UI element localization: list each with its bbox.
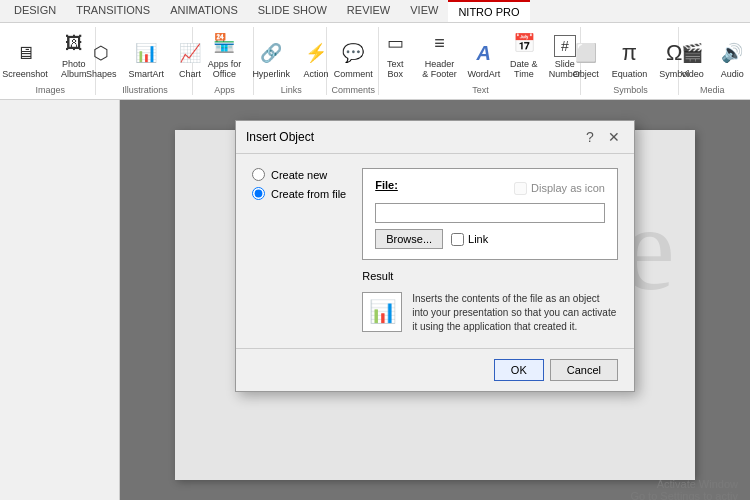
result-section-wrapper: Result 📊 Inserts the contents of the fil… — [362, 270, 618, 334]
tab-view[interactable]: VIEW — [400, 0, 448, 22]
ribbon-group-illustrations: ⬡ Shapes 📊 SmartArt 📈 Chart Illustration… — [98, 27, 194, 95]
display-as-icon-container: Display as icon — [514, 182, 605, 195]
comment-icon: 💬 — [339, 39, 367, 67]
file-section-container: File: Display as icon — [362, 168, 618, 334]
tab-nitro-pro[interactable]: NITRO PRO — [448, 0, 529, 22]
illustrations-group-label: Illustrations — [122, 83, 168, 95]
apps-for-office-button[interactable]: 🏪 Apps for Office — [203, 27, 245, 81]
images-group-label: Images — [36, 83, 66, 95]
modal-footer: OK Cancel — [236, 348, 634, 391]
wordart-button[interactable]: A WordArt — [466, 37, 502, 81]
result-section: 📊 Inserts the contents of the file as an… — [362, 292, 618, 334]
file-input-row — [375, 203, 605, 223]
file-section: File: Display as icon — [362, 168, 618, 260]
header-footer-icon: ≡ — [426, 29, 454, 57]
video-button[interactable]: 🎬 Video — [674, 37, 710, 81]
screenshot-icon: 🖥 — [11, 39, 39, 67]
screenshot-button[interactable]: 🖥 Screenshot — [4, 37, 47, 81]
apps-for-office-icon: 🏪 — [210, 29, 238, 57]
file-header-row: File: Display as icon — [375, 179, 605, 197]
file-label: File: — [375, 179, 398, 191]
symbols-group-label: Symbols — [613, 83, 648, 95]
browse-row: Browse... Link — [375, 229, 605, 249]
smartart-button[interactable]: 📊 SmartArt — [125, 37, 169, 81]
create-new-radio-label[interactable]: Create new — [252, 168, 346, 181]
modal-help-button[interactable]: ? — [580, 127, 600, 147]
ribbon-group-apps-items: 🏪 Apps for Office — [203, 27, 245, 83]
result-icon: 📊 — [362, 292, 402, 332]
action-icon: ⚡ — [302, 39, 330, 67]
ribbon-content: 🖥 Screenshot 🖼 Photo Album Images ⬡ Shap… — [0, 23, 750, 99]
create-from-file-radio-label[interactable]: Create from file — [252, 187, 346, 200]
tab-review[interactable]: REVIEW — [337, 0, 400, 22]
tab-animations[interactable]: ANIMATIONS — [160, 0, 248, 22]
radio-group: Create new Create from file — [252, 168, 346, 320]
tab-slideshow[interactable]: SLIDE SHOW — [248, 0, 337, 22]
display-as-icon-checkbox[interactable] — [514, 182, 527, 195]
link-label: Link — [468, 233, 488, 245]
audio-icon: 🔊 — [718, 39, 746, 67]
browse-button[interactable]: Browse... — [375, 229, 443, 249]
smartart-icon: 📊 — [132, 39, 160, 67]
link-row: Link — [451, 233, 488, 246]
ribbon-group-apps: 🏪 Apps for Office Apps — [195, 27, 254, 95]
modal-titlebar: Insert Object ? ✕ — [236, 121, 634, 154]
ribbon-tab-bar: DESIGN TRANSITIONS ANIMATIONS SLIDE SHOW… — [0, 0, 750, 23]
hyperlink-icon: 🔗 — [257, 39, 285, 67]
object-icon: ⬜ — [572, 39, 600, 67]
apps-group-label: Apps — [214, 83, 235, 95]
file-input[interactable] — [375, 203, 605, 223]
shapes-icon: ⬡ — [87, 39, 115, 67]
create-from-file-radio[interactable] — [252, 187, 265, 200]
comments-group-label: Comments — [332, 83, 376, 95]
comment-button[interactable]: 💬 Comment — [330, 37, 377, 81]
wordart-icon: A — [470, 39, 498, 67]
text-box-button[interactable]: ▭ Text Box — [377, 27, 413, 81]
header-footer-button[interactable]: ≡ Header & Footer — [417, 27, 461, 81]
ribbon-group-comments-items: 💬 Comment — [330, 27, 377, 83]
ribbon: DESIGN TRANSITIONS ANIMATIONS SLIDE SHOW… — [0, 0, 750, 100]
equation-icon: π — [615, 39, 643, 67]
text-group-label: Text — [472, 83, 489, 95]
create-from-file-label: Create from file — [271, 188, 346, 200]
video-icon: 🎬 — [678, 39, 706, 67]
modal-main-layout: Create new Create from file File — [252, 168, 618, 334]
date-time-icon: 📅 — [510, 29, 538, 57]
ribbon-group-media-items: 🎬 Video 🔊 Audio — [674, 27, 750, 83]
link-checkbox[interactable] — [451, 233, 464, 246]
date-time-button[interactable]: 📅 Date & Time — [506, 27, 542, 81]
result-chart-icon: 📊 — [369, 299, 396, 325]
modal-controls: ? ✕ — [580, 127, 624, 147]
cancel-button[interactable]: Cancel — [550, 359, 618, 381]
ribbon-group-links: 🔗 Hyperlink ⚡ Action Links — [256, 27, 326, 95]
modal-overlay: Insert Object ? ✕ Create new — [120, 100, 750, 500]
ribbon-group-links-items: 🔗 Hyperlink ⚡ Action — [248, 27, 334, 83]
modal-close-button[interactable]: ✕ — [604, 127, 624, 147]
insert-object-modal: Insert Object ? ✕ Create new — [235, 120, 635, 392]
slide-panel — [0, 100, 120, 500]
links-group-label: Links — [281, 83, 302, 95]
equation-button[interactable]: π Equation — [608, 37, 652, 81]
result-label: Result — [362, 270, 618, 282]
create-new-label: Create new — [271, 169, 327, 181]
ribbon-group-text-items: ▭ Text Box ≡ Header & Footer A WordArt 📅… — [377, 27, 583, 83]
object-button[interactable]: ⬜ Object — [568, 37, 604, 81]
slide-canvas: e Activate Window Go to Settings to acti… — [120, 100, 750, 500]
shapes-button[interactable]: ⬡ Shapes — [82, 37, 121, 81]
audio-button[interactable]: 🔊 Audio — [714, 37, 750, 81]
ribbon-group-symbols: ⬜ Object π Equation Ω Symbol Symbols — [583, 27, 678, 95]
media-group-label: Media — [700, 83, 725, 95]
result-text: Inserts the contents of the file as an o… — [412, 292, 618, 334]
tab-design[interactable]: DESIGN — [4, 0, 66, 22]
display-as-icon-label: Display as icon — [531, 182, 605, 194]
ribbon-group-illustrations-items: ⬡ Shapes 📊 SmartArt 📈 Chart — [82, 27, 208, 83]
tab-transitions[interactable]: TRANSITIONS — [66, 0, 160, 22]
ribbon-group-comments: 💬 Comment Comments — [329, 27, 379, 95]
hyperlink-button[interactable]: 🔗 Hyperlink — [248, 37, 294, 81]
modal-title: Insert Object — [246, 130, 314, 144]
create-new-radio[interactable] — [252, 168, 265, 181]
ribbon-group-media: 🎬 Video 🔊 Audio Media — [681, 27, 744, 95]
ribbon-group-text: ▭ Text Box ≡ Header & Footer A WordArt 📅… — [381, 27, 581, 95]
ok-button[interactable]: OK — [494, 359, 544, 381]
modal-body: Create new Create from file File — [236, 154, 634, 348]
